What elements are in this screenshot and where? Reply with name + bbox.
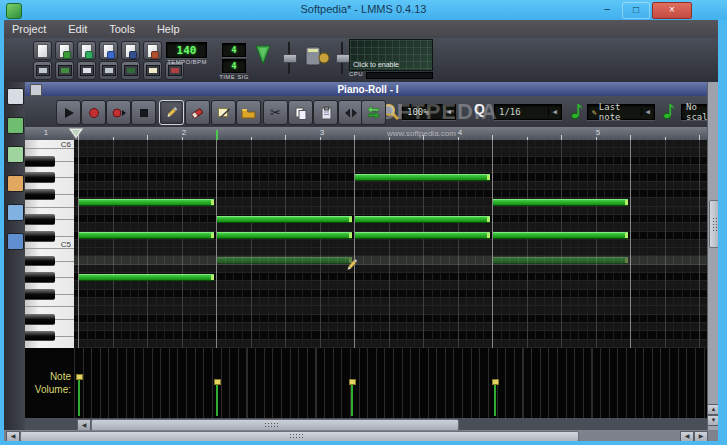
visualizer-text: Click to enable (353, 61, 399, 68)
output-visualizer[interactable]: Click to enable (349, 39, 433, 71)
note-As4[interactable] (493, 257, 628, 264)
menu-tools[interactable]: Tools (109, 23, 135, 35)
cut-button[interactable]: ✂ (263, 100, 288, 125)
open-project-button[interactable] (55, 41, 74, 60)
black-key[interactable] (25, 272, 55, 283)
menu-help[interactable]: Help (157, 23, 180, 35)
black-key[interactable] (25, 331, 55, 342)
black-key[interactable] (25, 314, 55, 325)
note-F5[interactable] (79, 199, 214, 206)
sidebar-item-my-presets[interactable] (7, 175, 24, 192)
piano-roll-timeline[interactable]: www.softpedia.com 12345 (25, 127, 711, 141)
menu-project[interactable]: Project (12, 23, 46, 35)
note-Cs5[interactable] (355, 232, 490, 239)
detune-mode-button[interactable] (236, 100, 261, 125)
timeline-bar-number: 5 (596, 128, 600, 137)
master-volume-knob[interactable] (253, 44, 273, 66)
playhead-marker[interactable] (67, 127, 85, 140)
note-length-dropdown[interactable]: ✎ Last note ◀ (587, 104, 655, 120)
note-F5[interactable] (493, 199, 628, 206)
note-Ds5[interactable] (217, 216, 352, 223)
minimize-button[interactable]: – (594, 2, 620, 17)
volume-stem-handle[interactable] (349, 379, 356, 385)
timesig-denominator-lcd[interactable]: 4 (222, 59, 246, 73)
save-project-button[interactable] (121, 41, 140, 60)
piano-roll-window-icon (30, 84, 42, 96)
black-key[interactable] (25, 172, 55, 183)
flip-horizontal-button[interactable] (338, 100, 363, 125)
grid-line (682, 140, 683, 348)
black-key[interactable] (25, 289, 55, 300)
note-As4[interactable] (217, 257, 352, 264)
grid-line (458, 140, 459, 348)
black-key[interactable] (25, 256, 55, 267)
quantize-value: 1/16 (499, 107, 521, 117)
open-recent-project-button[interactable] (77, 41, 96, 60)
stop-button[interactable] (131, 100, 156, 125)
grid-line (138, 140, 139, 348)
piano-roll-titlebar[interactable]: Piano-Roll - I (25, 82, 711, 96)
fx-mixer-button[interactable] (121, 61, 140, 80)
new-project-button[interactable] (33, 41, 52, 60)
close-button[interactable]: × (652, 2, 692, 19)
maximize-button[interactable]: □ (622, 2, 650, 19)
automation-editor-button[interactable] (99, 61, 118, 80)
record-button[interactable] (81, 100, 106, 125)
note-Cs5[interactable] (79, 232, 214, 239)
master-pitch-slider-handle[interactable] (336, 54, 350, 63)
note-Gs5[interactable] (355, 174, 490, 181)
master-volume-slider-handle[interactable] (283, 54, 297, 63)
piano-roll-title: Piano-Roll - I (337, 84, 398, 95)
tempo-lcd[interactable]: 140 (166, 42, 207, 58)
sidebar-item-my-samples[interactable] (7, 146, 24, 163)
save-project-badge-icon (129, 51, 137, 59)
piano-keyboard[interactable]: C6C5 (25, 140, 74, 348)
volume-stem[interactable] (351, 381, 353, 416)
sidebar-item-my-home[interactable] (7, 204, 24, 221)
quantize-dropdown[interactable]: 1/16 ◀ (494, 104, 562, 120)
master-pitch-knob[interactable] (304, 44, 330, 70)
erase-mode-button[interactable] (185, 100, 210, 125)
record-accompany-button[interactable] (106, 100, 131, 125)
grid-line (164, 140, 165, 348)
black-key[interactable] (25, 189, 55, 200)
volume-stem-handle[interactable] (76, 374, 83, 380)
note-grid[interactable] (74, 140, 707, 348)
song-editor-button[interactable] (33, 61, 52, 80)
note-volume-graph[interactable] (74, 348, 707, 418)
note-Ds5[interactable] (355, 216, 490, 223)
grid-line (699, 140, 700, 348)
recover-project-button[interactable] (99, 41, 118, 60)
tempo-value: 140 (177, 44, 197, 57)
play-button[interactable] (56, 100, 81, 125)
grid-line (302, 140, 303, 348)
piano-roll-window-button[interactable] (77, 61, 96, 80)
note-Cs5[interactable] (217, 232, 352, 239)
volume-stem-handle[interactable] (492, 379, 499, 385)
sidebar-item-my-projects[interactable] (7, 117, 24, 134)
menu-edit[interactable]: Edit (68, 23, 87, 35)
note-Cs5[interactable] (493, 232, 628, 239)
black-key[interactable] (25, 231, 55, 242)
note-Gs4[interactable] (79, 274, 214, 281)
sidebar-item-my-computer[interactable] (7, 233, 24, 250)
black-key[interactable] (25, 156, 55, 167)
copy-button[interactable] (288, 100, 313, 125)
paste-button[interactable] (313, 100, 338, 125)
black-key[interactable] (25, 214, 55, 225)
timeline-bar-number: 2 (182, 128, 186, 137)
sidebar-item-instrument-plugins[interactable] (7, 88, 24, 105)
volume-stem[interactable] (494, 381, 496, 416)
export-project-button[interactable] (143, 41, 162, 60)
volume-stem-handle[interactable] (214, 379, 221, 385)
bb-editor-button[interactable] (55, 61, 74, 80)
zoom-level-dropdown[interactable]: 100% ◀ (402, 104, 456, 120)
volume-stem[interactable] (78, 376, 80, 416)
flip-vertical-button[interactable] (361, 100, 386, 125)
draw-mode-button[interactable] (159, 100, 184, 125)
volume-stem[interactable] (216, 381, 218, 416)
timesig-numerator-lcd[interactable]: 4 (222, 43, 246, 57)
grid-line (285, 140, 286, 348)
stop-icon (138, 107, 150, 119)
select-mode-button[interactable] (211, 100, 236, 125)
